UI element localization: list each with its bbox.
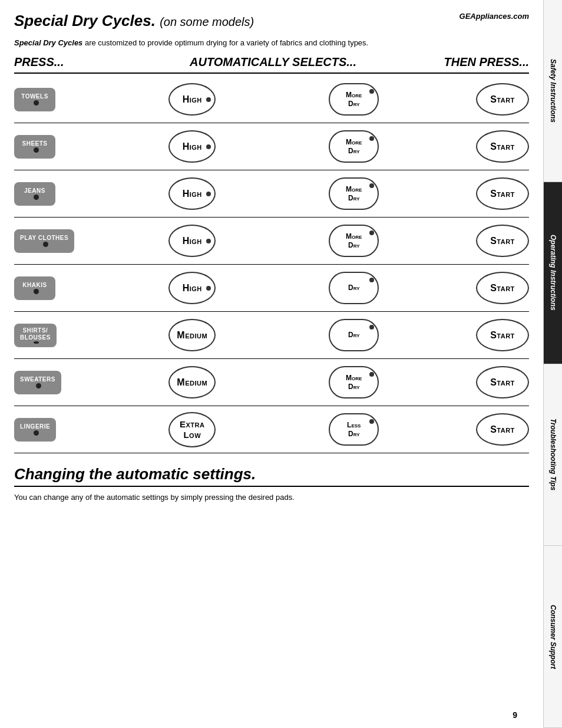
- table-body: TowelsHighMoreDryStartSheetsHighMoreDryS…: [14, 76, 529, 453]
- heat-button[interactable]: Medium: [168, 319, 216, 351]
- heat-button[interactable]: Medium: [168, 366, 216, 398]
- table-row: SheetsHighMoreDryStart: [14, 123, 529, 170]
- dryness-cell: LessDry: [273, 413, 435, 446]
- col-header-press: PRESS...: [14, 55, 111, 69]
- table-row: JeansHighMoreDryStart: [14, 170, 529, 218]
- table-row: TowelsHighMoreDryStart: [14, 76, 529, 123]
- press-cell: Khakis: [14, 276, 111, 300]
- start-button[interactable]: Start: [476, 366, 529, 398]
- start-button[interactable]: Start: [476, 177, 529, 210]
- tab-safety[interactable]: Safety Instructions: [544, 0, 562, 182]
- dryness-cell: MoreDry: [273, 130, 435, 163]
- press-cell: Play Clothes: [14, 229, 111, 253]
- page-title: Special Dry Cycles. (on some models): [14, 12, 254, 30]
- start-cell: Start: [435, 225, 529, 257]
- press-button[interactable]: Sweaters: [14, 371, 61, 394]
- start-cell: Start: [435, 177, 529, 210]
- start-button[interactable]: Start: [476, 319, 529, 351]
- page-number: 9: [513, 710, 517, 720]
- dryness-button[interactable]: Dry: [329, 319, 379, 351]
- heat-cell: High: [111, 130, 273, 163]
- tab-operating[interactable]: Operating Instructions: [544, 182, 562, 364]
- press-button[interactable]: Sheets: [14, 135, 55, 159]
- heat-cell: High: [111, 83, 273, 116]
- dryness-button[interactable]: MoreDry: [329, 83, 379, 116]
- dryness-cell: Dry: [273, 272, 435, 304]
- press-button[interactable]: Jeans: [14, 182, 55, 206]
- press-button[interactable]: Khakis: [14, 276, 55, 300]
- press-button[interactable]: Play Clothes: [14, 229, 74, 253]
- press-cell: Sheets: [14, 135, 111, 159]
- start-cell: Start: [435, 366, 529, 398]
- heat-cell: Medium: [111, 366, 273, 398]
- press-cell: Jeans: [14, 182, 111, 206]
- dryness-button[interactable]: MoreDry: [329, 130, 379, 163]
- dryness-button[interactable]: LessDry: [329, 413, 379, 446]
- description: Special Dry Cycles are customized to pro…: [14, 38, 529, 47]
- tab-consumer[interactable]: Consumer Support: [544, 546, 562, 728]
- tab-troubleshooting[interactable]: Troubleshooting Tips: [544, 364, 562, 546]
- start-button[interactable]: Start: [476, 83, 529, 116]
- start-button[interactable]: Start: [476, 225, 529, 257]
- table-row: Shirts/BlousesMediumDryStart: [14, 312, 529, 359]
- start-cell: Start: [435, 272, 529, 304]
- dryness-cell: MoreDry: [273, 366, 435, 398]
- dryness-button[interactable]: Dry: [329, 272, 379, 304]
- press-cell: Lingerie: [14, 418, 111, 442]
- heat-cell: High: [111, 272, 273, 304]
- heat-button[interactable]: ExtraLow: [168, 412, 216, 447]
- dryness-cell: Dry: [273, 319, 435, 351]
- col-header-auto: AUTOMATICALLY SELECTS...: [111, 55, 435, 69]
- dryness-cell: MoreDry: [273, 177, 435, 210]
- main-content: Special Dry Cycles. (on some models) GEA…: [0, 0, 543, 728]
- dryness-button[interactable]: MoreDry: [329, 177, 379, 210]
- start-cell: Start: [435, 413, 529, 446]
- press-cell: Shirts/Blouses: [14, 324, 111, 347]
- press-button[interactable]: Towels: [14, 88, 55, 111]
- changing-desc: You can change any of the automatic sett…: [14, 493, 529, 502]
- start-button[interactable]: Start: [476, 130, 529, 163]
- heat-button[interactable]: High: [168, 130, 216, 163]
- start-cell: Start: [435, 83, 529, 116]
- start-cell: Start: [435, 319, 529, 351]
- dryness-cell: MoreDry: [273, 225, 435, 257]
- dryness-button[interactable]: MoreDry: [329, 225, 379, 257]
- heat-cell: ExtraLow: [111, 412, 273, 447]
- side-tabs: Safety Instructions Operating Instructio…: [543, 0, 562, 728]
- table-row: KhakisHighDryStart: [14, 265, 529, 312]
- start-button[interactable]: Start: [476, 413, 529, 446]
- changing-title: Changing the automatic settings.: [14, 465, 529, 487]
- heat-cell: High: [111, 177, 273, 210]
- heat-button[interactable]: High: [168, 225, 216, 257]
- col-header-then: THEN PRESS...: [435, 55, 529, 69]
- press-button[interactable]: Shirts/Blouses: [14, 324, 57, 347]
- heat-cell: Medium: [111, 319, 273, 351]
- heat-button[interactable]: High: [168, 177, 216, 210]
- dryness-cell: MoreDry: [273, 83, 435, 116]
- website: GEAppliances.com: [459, 12, 529, 21]
- heat-cell: High: [111, 225, 273, 257]
- table-row: Play ClothesHighMoreDryStart: [14, 218, 529, 265]
- start-cell: Start: [435, 130, 529, 163]
- column-headers: PRESS... AUTOMATICALLY SELECTS... THEN P…: [14, 55, 529, 74]
- press-button[interactable]: Lingerie: [14, 418, 56, 442]
- start-button[interactable]: Start: [476, 272, 529, 304]
- press-cell: Towels: [14, 88, 111, 111]
- heat-button[interactable]: High: [168, 83, 216, 116]
- heat-button[interactable]: High: [168, 272, 216, 304]
- table-row: LingerieExtraLowLessDryStart: [14, 406, 529, 453]
- table-row: SweatersMediumMoreDryStart: [14, 359, 529, 406]
- dryness-button[interactable]: MoreDry: [329, 366, 379, 398]
- press-cell: Sweaters: [14, 371, 111, 394]
